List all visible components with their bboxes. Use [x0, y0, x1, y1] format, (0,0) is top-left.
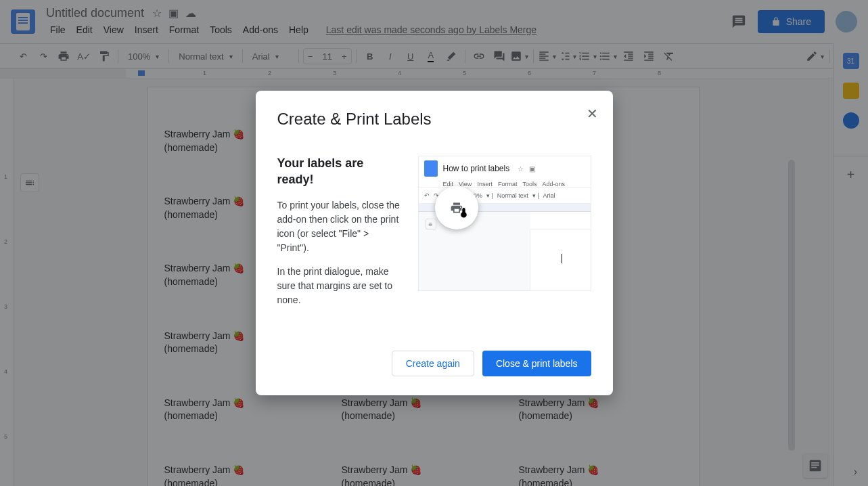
modal-para-2: In the print dialogue, make sure that ma… — [277, 265, 402, 307]
mini-style: Normal text — [497, 192, 528, 199]
modal-illustration: How to print labels ☆ ▣ Edit View Insert… — [418, 156, 591, 291]
mini-menu: Tools — [522, 181, 536, 187]
mini-undo-icon: ↶ — [424, 192, 430, 199]
modal-title: Create & Print Labels — [277, 110, 591, 129]
mini-menu: Add-ons — [542, 181, 565, 187]
mini-font: Arial — [543, 192, 555, 199]
modal-heading: Your labels are ready! — [277, 156, 402, 187]
pointer-icon — [455, 204, 473, 221]
mini-outline-icon: ≡ — [426, 219, 436, 229]
modal-overlay: Create & Print Labels ✕ Your labels are … — [0, 0, 868, 486]
mini-docs-icon — [424, 160, 438, 177]
mini-title: How to print labels — [443, 164, 510, 173]
mini-star-icon: ☆ — [518, 165, 524, 173]
mini-menu: Insert — [477, 181, 493, 187]
close-print-button[interactable]: Close & print labels — [482, 351, 591, 376]
modal-para-1: To print your labels, close the add-on t… — [277, 198, 402, 255]
mini-menu: Format — [498, 181, 518, 187]
close-icon[interactable]: ✕ — [587, 106, 598, 122]
mini-text-cursor — [562, 254, 562, 263]
mini-move-icon: ▣ — [529, 165, 535, 173]
create-again-button[interactable]: Create again — [392, 351, 474, 376]
labels-modal: Create & Print Labels ✕ Your labels are … — [256, 91, 613, 395]
